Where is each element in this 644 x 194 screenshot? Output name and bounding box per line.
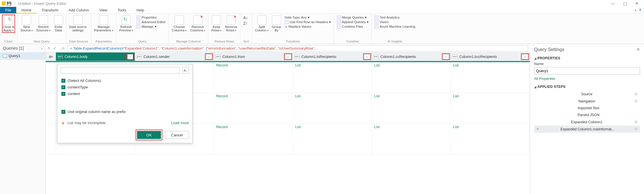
expand-icon[interactable]: ↔ — [127, 54, 133, 59]
tab-tools[interactable]: Tools — [112, 7, 131, 13]
gear-icon[interactable]: ⚙ — [634, 120, 638, 124]
column-header-ccrecipients[interactable]: ABC Column1.ccRecipients ↔ — [372, 52, 451, 61]
manage-button[interactable]: Manage ▾ — [136, 25, 166, 29]
warning-text: List may be incomplete. — [68, 121, 107, 125]
all-properties-link[interactable]: All Properties — [534, 77, 640, 81]
cell[interactable]: Record — [214, 62, 293, 93]
group-label-transform: Transform — [255, 40, 331, 43]
vision-button[interactable]: Vision — [375, 20, 415, 24]
qa-save-icon[interactable]: 💾 — [7, 1, 11, 6]
applied-step[interactable]: Navigation⚙ — [534, 98, 640, 105]
use-first-row-headers-button[interactable]: Use First Row as Headers ▾ — [285, 20, 331, 24]
close-and-apply-button[interactable]: Close & Apply — [3, 15, 14, 32]
select-all-corner[interactable]: ▦▾ — [46, 52, 56, 61]
minimize-button[interactable]: — — [610, 1, 615, 6]
combine-files-button[interactable]: Combine Files — [337, 25, 369, 29]
sort-desc-button[interactable]: Z↑ — [243, 21, 248, 26]
cell[interactable]: List — [372, 62, 451, 93]
gear-icon[interactable]: ⚙ — [634, 92, 638, 96]
option-checkbox[interactable]: ✓content — [61, 90, 189, 97]
keep-rows-button[interactable]: Keep Rows — [211, 15, 222, 32]
properties-button[interactable]: Properties — [136, 15, 166, 19]
gear-icon[interactable]: ⚙ — [634, 127, 638, 131]
column-header-from[interactable]: ABC Column1.from ↔ — [214, 52, 293, 61]
replace-values-button[interactable]: ↳Replace Values — [285, 25, 331, 29]
maximize-button[interactable]: ▢ — [622, 1, 627, 6]
sort-asc-button[interactable]: A↓ — [243, 15, 248, 20]
cell[interactable]: List — [293, 62, 372, 93]
applied-step-active[interactable]: Expanded Column1.rowinformat...⚙ — [534, 126, 640, 133]
popup-sort-icon[interactable]: A↓ — [182, 67, 189, 74]
formula-input[interactable]: = Table.ExpandRecordColumn(#"Expanded Co… — [67, 45, 528, 51]
fx-icon[interactable]: 𝑓ₓ — [62, 46, 65, 50]
title-bar: 💾 | Untitled - Power Query Editor — ▢ ✕ — [0, 0, 644, 7]
column-header-torecipients[interactable]: ABC Column1.toRecipients ↔ — [293, 52, 372, 61]
close-settings-icon[interactable]: ✕ — [636, 47, 640, 52]
popup-search-input[interactable] — [61, 67, 180, 74]
expand-icon[interactable]: ↔ — [443, 54, 449, 59]
applied-step[interactable]: Parsed JSON — [534, 112, 640, 118]
query-item[interactable]: Query1 — [0, 52, 45, 60]
recent-sources-button[interactable]: Recent Sources — [36, 15, 51, 32]
query-name-input[interactable] — [534, 67, 640, 74]
enter-data-button[interactable]: Enter Data — [54, 15, 63, 32]
text-analytics-button[interactable]: Text Analytics — [375, 15, 415, 19]
new-source-button[interactable]: New Source — [20, 15, 33, 32]
tab-help[interactable]: Help — [131, 7, 149, 13]
expand-icon[interactable]: ↔ — [285, 54, 291, 59]
cell[interactable]: List — [293, 93, 372, 124]
expand-icon[interactable]: ↔ — [206, 54, 212, 59]
accept-formula-icon[interactable]: ✓ — [53, 46, 57, 50]
collapse-ribbon-icon[interactable]: ∧ — [634, 8, 637, 12]
tab-home[interactable]: Home — [16, 7, 37, 13]
use-prefix-checkbox[interactable]: ✓Use original column name as prefix — [61, 108, 189, 115]
load-more-link[interactable]: Load more — [171, 121, 189, 125]
cell[interactable]: Record — [214, 124, 293, 154]
data-source-settings-button[interactable]: Data source settings — [69, 15, 87, 32]
applied-step[interactable]: Source⚙ — [534, 90, 640, 98]
azure-ml-button[interactable]: Azure Machine Learning — [375, 25, 415, 29]
split-column-button[interactable]: Split Column — [255, 15, 268, 32]
column-header-body[interactable]: ABC Column1.body ↔ — [56, 52, 135, 61]
cell[interactable]: List — [451, 93, 530, 124]
group-by-button[interactable]: Group By — [272, 15, 281, 32]
option-checkbox[interactable]: ✓contentType — [61, 84, 189, 90]
column-header-bccrecipients[interactable]: ABC Column1.bccRecipients ↔ — [451, 52, 530, 61]
applied-step[interactable]: Imported Text — [534, 105, 640, 112]
warning-icon: ▲ — [61, 120, 65, 125]
tab-add-column[interactable]: Add Column — [63, 7, 94, 13]
cell[interactable]: List — [372, 124, 451, 154]
properties-section-header[interactable]: PROPERTIES — [534, 56, 640, 60]
applied-steps-section-header[interactable]: APPLIED STEPS — [534, 85, 640, 89]
cell[interactable]: List — [372, 93, 451, 124]
cell[interactable]: List — [293, 124, 372, 154]
applied-step[interactable]: Expanded Column1⚙ — [534, 118, 640, 126]
column-header-sender[interactable]: ABC Column1.sender ↔ — [135, 52, 214, 61]
cancel-button[interactable]: Cancel — [165, 131, 189, 139]
advanced-editor-button[interactable]: Advanced Editor — [136, 20, 166, 24]
cell[interactable]: Record — [214, 93, 293, 124]
remove-columns-button[interactable]: Remove Columns — [190, 15, 205, 32]
collapse-queries-icon[interactable]: ‹ — [41, 46, 43, 50]
choose-columns-button[interactable]: Choose Columns — [172, 15, 187, 32]
expand-icon[interactable]: ↔ — [364, 54, 370, 59]
tab-file[interactable]: File — [0, 7, 16, 13]
manage-parameters-button[interactable]: Manage Parameters — [94, 15, 113, 32]
settings-title: Query Settings — [534, 47, 564, 52]
remove-rows-button[interactable]: Remove Rows — [225, 15, 237, 32]
tab-view[interactable]: View — [94, 7, 112, 13]
data-type-button[interactable]: Data Type: Any ▾ — [285, 15, 331, 19]
help-icon[interactable]: ? — [639, 8, 641, 12]
tab-transform[interactable]: Transform — [37, 7, 64, 13]
close-window-button[interactable]: ✕ — [634, 1, 639, 6]
select-all-checkbox[interactable]: ✓(Select All Columns) — [61, 77, 189, 84]
refresh-preview-button[interactable]: Refresh Preview — [119, 15, 133, 32]
cell[interactable]: List — [451, 62, 530, 93]
cell[interactable]: List — [451, 124, 530, 154]
merge-queries-button[interactable]: Merge Queries ▾ — [337, 15, 369, 19]
append-queries-button[interactable]: Append Queries ▾ — [337, 20, 369, 24]
ok-button[interactable]: OK — [137, 131, 161, 139]
close-formula-icon[interactable]: ✕ — [47, 46, 51, 50]
gear-icon[interactable]: ⚙ — [634, 99, 638, 103]
expand-icon[interactable]: ↔ — [522, 54, 528, 59]
